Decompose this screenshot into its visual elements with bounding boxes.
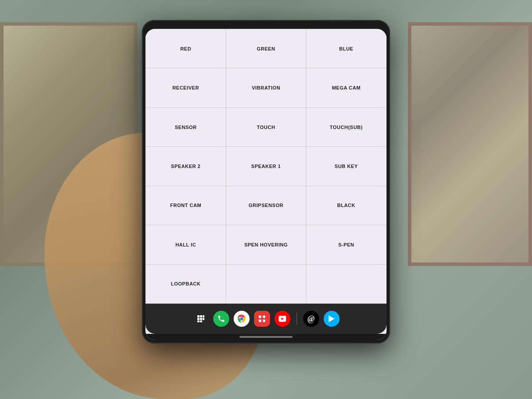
camera-notch <box>248 25 284 27</box>
home-bar <box>239 336 293 338</box>
svg-rect-2 <box>203 315 204 317</box>
painting-right <box>408 22 532 266</box>
phone-top <box>145 23 387 29</box>
svg-rect-12 <box>262 320 265 322</box>
grid-cell-gripsensor[interactable]: GRIPSENSOR <box>226 186 306 225</box>
grid-cell-blue[interactable]: BLUE <box>306 29 387 68</box>
svg-rect-6 <box>197 321 200 322</box>
play-store-icon[interactable] <box>324 311 340 327</box>
youtube-icon[interactable] <box>274 311 290 327</box>
svg-rect-5 <box>203 318 204 320</box>
grid-cell-receiver[interactable]: RECEIVER <box>146 68 226 107</box>
taskbar-divider <box>297 313 297 325</box>
phone-device: REDGREENBLUERECEIVERVIBRATIONMEGA CAMSEN… <box>142 20 390 344</box>
svg-rect-3 <box>197 318 200 320</box>
grid-cell-front-cam[interactable]: FRONT CAM <box>146 186 226 225</box>
grid-cell-spen-hovering[interactable]: SPEN HOVERING <box>226 225 306 264</box>
phone-screen: REDGREENBLUERECEIVERVIBRATIONMEGA CAMSEN… <box>145 29 387 340</box>
apps-grid-icon[interactable] <box>193 311 209 327</box>
svg-rect-4 <box>200 318 202 320</box>
grid-cell-vibration[interactable]: VIBRATION <box>226 68 306 107</box>
grid-cell-sensor[interactable]: SENSOR <box>146 108 226 147</box>
svg-rect-1 <box>200 315 202 317</box>
grid-cell-hall-ic[interactable]: HALL IC <box>146 225 226 264</box>
diagnostic-grid: REDGREENBLUERECEIVERVIBRATIONMEGA CAMSEN… <box>145 29 387 304</box>
grid-cell-black[interactable]: BLACK <box>306 186 387 225</box>
samsung-apps-icon[interactable] <box>254 311 270 327</box>
grid-cell-speaker-1[interactable]: SPEAKER 1 <box>226 147 306 186</box>
svg-rect-11 <box>258 320 261 322</box>
grid-cell-sub-key[interactable]: SUB KEY <box>306 147 387 186</box>
phone-icon[interactable] <box>213 311 229 327</box>
grid-cell-touch-sub-[interactable]: TOUCH(SUB) <box>306 108 387 147</box>
threads-icon[interactable]: @ <box>303 311 319 327</box>
grid-cell-mega-cam[interactable]: MEGA CAM <box>306 68 387 107</box>
grid-cell-s-pen[interactable]: S-PEN <box>306 225 387 264</box>
svg-rect-10 <box>262 316 265 318</box>
grid-cell-empty-20[interactable] <box>306 265 387 304</box>
chrome-icon[interactable] <box>234 311 250 327</box>
home-indicator <box>145 334 387 340</box>
grid-cell-loopback[interactable]: LOOPBACK <box>146 265 226 304</box>
svg-rect-9 <box>258 316 261 318</box>
grid-cell-speaker-2[interactable]: SPEAKER 2 <box>146 147 226 186</box>
svg-rect-7 <box>200 321 202 322</box>
grid-cell-empty-19[interactable] <box>226 265 306 304</box>
taskbar: @ <box>145 304 387 334</box>
svg-rect-0 <box>197 315 200 317</box>
grid-cell-green[interactable]: GREEN <box>226 29 306 68</box>
grid-cell-red[interactable]: RED <box>146 29 226 68</box>
grid-cell-touch[interactable]: TOUCH <box>226 108 306 147</box>
